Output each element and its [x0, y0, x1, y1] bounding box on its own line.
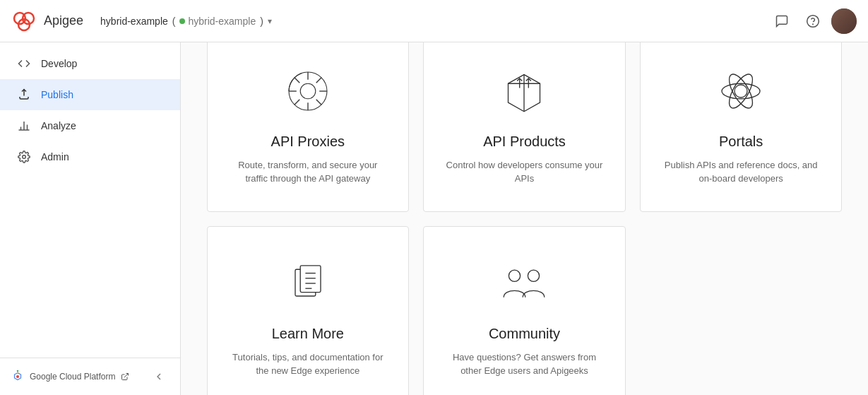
card-learn-more[interactable]: Learn More Tutorials, tips, and document… [207, 226, 410, 396]
sidebar-collapse-button[interactable] [149, 367, 169, 387]
api-products-icon [496, 63, 552, 119]
api-proxy-icon [280, 63, 336, 119]
org-name: hybrid-example [100, 16, 168, 27]
gcp-icon [11, 370, 24, 383]
logo-text: Apigee [44, 13, 83, 28]
env-selector[interactable]: hybrid-example [179, 16, 256, 27]
svg-point-27 [735, 85, 747, 98]
breadcrumb: hybrid-example ( hybrid-example ) ▾ [100, 16, 272, 27]
svg-line-24 [295, 99, 299, 104]
svg-line-23 [316, 78, 321, 83]
community-icon [496, 255, 552, 312]
svg-point-11 [23, 155, 26, 159]
svg-point-38 [528, 270, 540, 281]
env-name: hybrid-example [188, 16, 256, 27]
notifications-icon [775, 14, 789, 28]
sidebar-footer: Google Cloud Platform [0, 358, 180, 395]
sidebar-item-develop[interactable]: Develop [0, 48, 180, 79]
card-community-title: Community [489, 326, 560, 342]
external-link-icon [121, 372, 129, 381]
card-community-desc: Have questions? Get answers from other E… [445, 350, 604, 378]
gcp-link[interactable]: Google Cloud Platform [11, 370, 129, 383]
sidebar-item-publish[interactable]: Publish [0, 79, 180, 110]
svg-line-22 [316, 99, 321, 104]
svg-line-14 [124, 374, 129, 378]
card-api-products[interactable]: API Products Control how developers cons… [423, 42, 626, 212]
main-layout: Develop Publish [0, 42, 868, 395]
cards-grid: API Proxies Route, transform, and secure… [207, 42, 843, 395]
card-api-proxies[interactable]: API Proxies Route, transform, and secure… [207, 42, 410, 212]
code-icon [17, 57, 31, 71]
card-community[interactable]: Community Have questions? Get answers fr… [423, 226, 626, 396]
card-portals-desc: Publish APIs and reference docs, and on-… [662, 158, 821, 186]
settings-icon [17, 150, 31, 164]
help-icon [806, 14, 820, 28]
header-actions [769, 8, 857, 34]
bar-chart-icon [17, 119, 31, 133]
svg-point-16 [300, 83, 316, 99]
sidebar-item-admin[interactable]: Admin [0, 141, 180, 172]
gcp-text: Google Cloud Platform [30, 372, 115, 382]
publish-icon [17, 88, 31, 102]
card-portals[interactable]: Portals Publish APIs and reference docs,… [640, 42, 843, 212]
breadcrumb-dropdown-icon[interactable]: ▾ [268, 16, 272, 26]
svg-point-4 [807, 15, 819, 27]
svg-point-28 [722, 83, 760, 99]
avatar-image [831, 8, 857, 34]
app-header: Apigee hybrid-example ( hybrid-example )… [0, 0, 868, 42]
apigee-logo-icon [11, 8, 37, 34]
card-portals-title: Portals [719, 134, 763, 150]
sidebar-label-publish: Publish [41, 89, 73, 100]
sidebar-nav: Develop Publish [0, 42, 180, 358]
sidebar: Develop Publish [0, 42, 181, 395]
chevron-left-icon [153, 371, 165, 382]
main-content: API Proxies Route, transform, and secure… [181, 42, 868, 395]
card-api-products-title: API Products [483, 134, 566, 150]
sidebar-label-admin: Admin [41, 151, 69, 163]
help-button[interactable] [800, 8, 826, 34]
avatar[interactable] [831, 8, 857, 34]
learn-more-icon [280, 255, 336, 312]
card-learn-more-title: Learn More [272, 326, 344, 342]
svg-point-13 [17, 370, 18, 372]
svg-point-37 [509, 270, 521, 281]
card-learn-more-desc: Tutorials, tips, and documentation for t… [229, 350, 388, 378]
card-api-proxies-title: API Proxies [271, 134, 345, 150]
svg-point-12 [16, 375, 19, 378]
card-api-products-desc: Control how developers consume your APIs [445, 158, 604, 186]
sidebar-label-analyze: Analyze [41, 120, 76, 131]
sidebar-item-analyze[interactable]: Analyze [0, 110, 180, 141]
notifications-button[interactable] [769, 8, 795, 34]
env-status-dot [179, 18, 185, 24]
logo[interactable]: Apigee [11, 8, 83, 34]
svg-line-21 [295, 78, 299, 83]
portals-icon [713, 63, 769, 119]
sidebar-label-develop: Develop [41, 58, 77, 69]
card-api-proxies-desc: Route, transform, and secure your traffi… [229, 158, 388, 186]
